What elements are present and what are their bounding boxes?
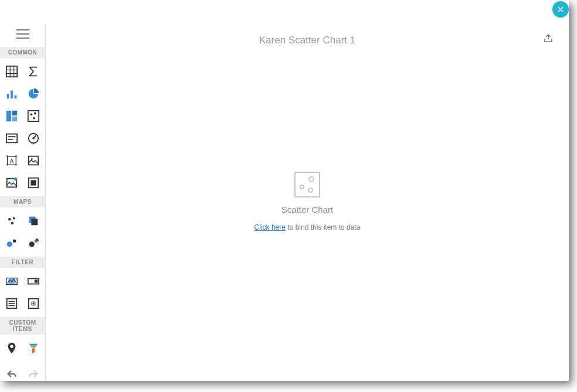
- bar-chart-item-icon[interactable]: [1, 83, 23, 105]
- app-shell: COMMON: [0, 0, 569, 381]
- svg-point-23: [31, 158, 33, 160]
- svg-rect-12: [8, 136, 16, 137]
- bind-data-link[interactable]: Click here: [254, 223, 286, 231]
- treemap-item-icon[interactable]: [1, 105, 23, 127]
- svg-point-19: [15, 155, 17, 157]
- image-item-icon[interactable]: [23, 149, 45, 172]
- svg-rect-27: [30, 180, 36, 185]
- maps-items: [0, 207, 45, 257]
- canvas: Karen Scatter Chart 1 Scatter Chart Clic…: [46, 23, 569, 381]
- gauge-item-icon[interactable]: [23, 127, 45, 149]
- combobox-filter-icon[interactable]: [23, 270, 45, 292]
- svg-rect-22: [29, 156, 39, 165]
- sidebar: COMMON: [0, 23, 46, 381]
- redo-button[interactable]: [23, 365, 43, 381]
- chart-title[interactable]: Karen Scatter Chart 1: [72, 35, 543, 46]
- section-header-custom: CUSTOM ITEMS: [0, 317, 45, 335]
- svg-point-28: [8, 218, 11, 221]
- svg-point-21: [15, 164, 17, 166]
- filter-items: [0, 268, 45, 317]
- section-header-common: COMMON: [0, 47, 45, 58]
- sum-item-icon[interactable]: [23, 60, 45, 83]
- svg-point-35: [29, 241, 34, 247]
- custom-funnel-icon[interactable]: [23, 337, 45, 359]
- scatter-item-icon[interactable]: [23, 105, 45, 127]
- svg-rect-3: [15, 96, 17, 99]
- empty-state-hint: Click here to bind this item to data: [249, 223, 366, 233]
- svg-rect-0: [6, 66, 17, 77]
- svg-rect-40: [35, 279, 38, 283]
- listbox-filter-icon[interactable]: [1, 292, 23, 315]
- svg-point-10: [33, 117, 35, 120]
- section-header-filter: FILTER: [0, 257, 45, 268]
- svg-point-15: [32, 137, 35, 139]
- undo-button[interactable]: [2, 365, 23, 381]
- svg-point-29: [13, 217, 15, 220]
- svg-point-33: [7, 241, 12, 247]
- svg-rect-2: [11, 91, 13, 99]
- svg-rect-7: [28, 111, 39, 121]
- textbox-item-icon[interactable]: A: [1, 149, 23, 172]
- svg-point-25: [14, 178, 17, 181]
- menu-button[interactable]: [16, 29, 29, 39]
- close-icon: [556, 5, 565, 13]
- card-item-icon[interactable]: [1, 127, 23, 149]
- svg-point-44: [11, 345, 14, 349]
- svg-point-9: [34, 113, 36, 115]
- pie-chart-item-icon[interactable]: [23, 83, 45, 105]
- svg-rect-13: [8, 139, 13, 140]
- section-header-maps: MAPS: [0, 196, 45, 207]
- svg-point-18: [7, 155, 9, 157]
- undo-redo-row: [0, 362, 45, 381]
- empty-state: Scatter Chart Click here to bind this it…: [249, 172, 366, 233]
- topbar: [0, 0, 569, 23]
- bound-image-item-icon[interactable]: [1, 172, 23, 194]
- svg-rect-4: [6, 111, 11, 121]
- svg-point-20: [7, 164, 9, 166]
- export-icon: [543, 33, 554, 44]
- svg-point-30: [11, 221, 14, 224]
- common-items: A: [0, 58, 45, 196]
- treeview-filter-icon[interactable]: [23, 292, 45, 315]
- pie-map-icon[interactable]: [23, 232, 45, 254]
- grid-item-icon[interactable]: [1, 60, 23, 83]
- range-filter-icon[interactable]: [1, 270, 23, 292]
- svg-point-8: [30, 113, 32, 115]
- svg-point-36: [35, 240, 38, 243]
- choropleth-map-icon[interactable]: [23, 210, 45, 232]
- svg-rect-32: [31, 219, 38, 225]
- svg-rect-11: [6, 134, 17, 143]
- svg-rect-6: [12, 117, 17, 121]
- empty-state-title: Scatter Chart: [249, 204, 366, 214]
- export-button[interactable]: [543, 33, 557, 47]
- svg-rect-1: [7, 94, 9, 98]
- svg-point-34: [13, 240, 16, 243]
- canvas-header: Karen Scatter Chart 1: [46, 23, 569, 57]
- group-item-icon[interactable]: [23, 172, 45, 194]
- custom-marker-icon[interactable]: [1, 337, 23, 359]
- svg-text:A: A: [10, 158, 15, 165]
- scatter-chart-placeholder-icon: [294, 172, 320, 197]
- svg-rect-5: [12, 111, 17, 115]
- bubble-map-icon[interactable]: [1, 232, 23, 254]
- custom-items: [0, 335, 45, 362]
- empty-state-hint-tail: to bind this item to data: [286, 223, 360, 231]
- geopoint-map-icon[interactable]: [1, 210, 23, 232]
- close-button[interactable]: [552, 1, 569, 18]
